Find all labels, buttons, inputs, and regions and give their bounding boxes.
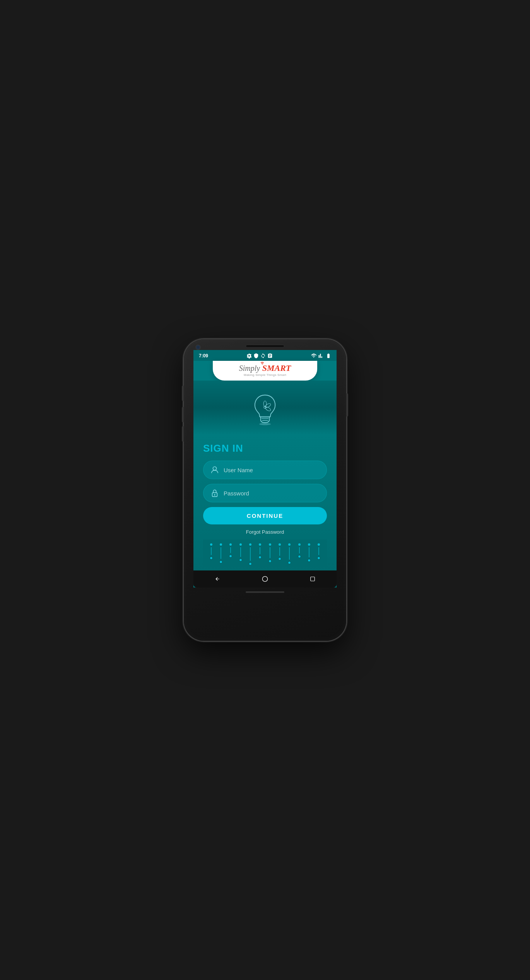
- battery-icon: [326, 353, 331, 359]
- recents-button[interactable]: [308, 575, 317, 583]
- fingerprint-bar[interactable]: [246, 591, 284, 593]
- circuit-col: [317, 543, 320, 565]
- phone-bottom: [246, 587, 284, 596]
- circuit-col: [298, 543, 301, 565]
- svg-point-0: [262, 364, 263, 365]
- logo-tagline: Making Simple Things Smart: [224, 373, 306, 377]
- home-icon: [262, 576, 268, 582]
- logo-smart: SMART: [260, 364, 291, 372]
- recents-icon: [310, 576, 315, 582]
- signal-icon: [318, 353, 324, 359]
- clipboard-icon: [267, 353, 273, 359]
- status-bar: 7:09: [193, 350, 337, 361]
- logo-card: Simply SMART Making Simple Things Smart: [213, 361, 317, 381]
- circuit-col: [288, 543, 291, 565]
- circuit-col: [239, 543, 242, 565]
- power-button[interactable]: [182, 426, 184, 442]
- svg-point-3: [263, 401, 267, 407]
- circuit-col: [268, 543, 272, 565]
- circuit-col: [258, 543, 262, 565]
- settings-icon: [246, 353, 252, 359]
- svg-rect-13: [311, 577, 315, 581]
- forgot-password-link[interactable]: Forgot Password: [203, 529, 327, 535]
- circuit-col: [308, 543, 311, 565]
- phone-top-area: [184, 339, 346, 350]
- circuit-col: [249, 543, 252, 565]
- circuit-col: [210, 543, 213, 565]
- bulb-icon: [248, 392, 282, 427]
- circuit-col: [219, 543, 222, 565]
- svg-point-7: [259, 423, 271, 425]
- shield-icon: [253, 353, 259, 359]
- hero-section: [193, 381, 337, 435]
- sync-icon: [260, 353, 266, 359]
- username-input[interactable]: [224, 467, 320, 473]
- svg-point-12: [262, 576, 267, 581]
- sign-in-form: SIGN IN: [193, 435, 337, 570]
- speaker-grill: [246, 345, 284, 348]
- circuit-dots-row: [203, 540, 327, 565]
- sign-in-title: SIGN IN: [203, 442, 327, 454]
- password-field-container: [203, 484, 327, 502]
- circuit-pattern: [203, 540, 327, 567]
- app-content: Simply SMART Making Simple Things Smart: [193, 361, 337, 587]
- logo-row: Simply SMART: [224, 364, 306, 372]
- front-camera: [195, 345, 201, 350]
- back-button[interactable]: [213, 575, 222, 583]
- phone-device: 7:09: [184, 339, 346, 641]
- status-time: 7:09: [199, 353, 208, 359]
- lock-icon: [210, 489, 219, 497]
- logo-wifi-icon: [260, 362, 264, 365]
- back-icon: [215, 576, 220, 582]
- wifi-status-icon: [311, 353, 316, 359]
- status-right-icons: [311, 353, 331, 359]
- user-icon: [210, 466, 219, 474]
- android-nav-bar: [193, 570, 337, 587]
- password-input[interactable]: [224, 490, 320, 497]
- status-left-icons: [246, 353, 273, 359]
- username-field-container: [203, 461, 327, 479]
- continue-button[interactable]: CONTINUE: [203, 507, 327, 524]
- svg-point-8: [213, 467, 216, 470]
- phone-screen: 7:09: [193, 350, 337, 587]
- volume-up-button[interactable]: [182, 386, 184, 401]
- circuit-col: [229, 543, 232, 565]
- circuit-col: [278, 543, 281, 565]
- logo-container: Simply SMART Making Simple Things Smart: [193, 361, 337, 381]
- home-button[interactable]: [261, 575, 269, 583]
- volume-down-button[interactable]: [182, 407, 184, 422]
- logo-simply: Simply: [239, 364, 260, 372]
